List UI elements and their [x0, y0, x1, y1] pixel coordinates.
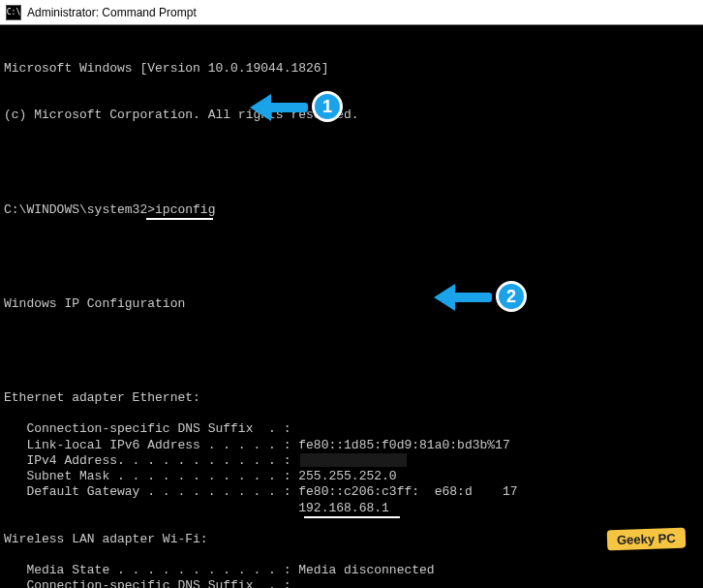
ipconfig-heading: Windows IP Configuration [4, 296, 699, 312]
command-underline [146, 218, 213, 220]
terminal-output: Microsoft Windows [Version 10.0.19044.18… [0, 25, 703, 588]
row-value: 255.255.252.0 [298, 469, 396, 483]
row-label: Media State . . . . . . . . . . . : [4, 563, 298, 577]
row-value: fe80::c206:c3ff: e68:d 17 [298, 484, 517, 499]
watermark-badge: Geeky PC [607, 528, 686, 551]
adapter-row: Connection-specific DNS Suffix . : [4, 578, 699, 588]
adapter-row: 192.168.68.1 [4, 501, 699, 516]
adapter-title: Ethernet adapter Ethernet: [4, 390, 699, 406]
row-value: Media disconnected [298, 563, 434, 577]
adapter-row: Default Gateway . . . . . . . . . : fe80… [4, 484, 699, 500]
window-title: Administrator: Command Prompt [27, 6, 197, 19]
adapter-row: IPv4 Address. . . . . . . . . . . : [4, 453, 699, 469]
prompt-text: C:\WINDOWS\system32> [4, 202, 155, 217]
command-text: ipconfig [155, 202, 215, 217]
cmd-icon: C:\ [6, 5, 21, 20]
row-label: Default Gateway . . . . . . . . . : [4, 484, 298, 499]
window-titlebar[interactable]: C:\ Administrator: Command Prompt [0, 0, 703, 25]
row-value: fe80::1d85:f0d9:81a0:bd3b%17 [298, 438, 509, 452]
redacted-value [300, 453, 407, 467]
copyright-line: (c) Microsoft Corporation. All rights re… [4, 108, 699, 123]
row-label: Link-local IPv6 Address . . . . . : [4, 438, 298, 452]
adapter-row: Connection-specific DNS Suffix . : [4, 421, 699, 437]
adapter-row: Link-local IPv6 Address . . . . . : fe80… [4, 438, 699, 453]
row-label: Connection-specific DNS Suffix . : [4, 578, 298, 588]
prompt-line[interactable]: C:\WINDOWS\system32>ipconfig [4, 202, 699, 218]
adapter-row: Media State . . . . . . . . . . . : Medi… [4, 563, 699, 578]
cmd-icon-text: C:\ [7, 9, 20, 16]
ip-underline [304, 516, 400, 518]
adapter-title: Wireless LAN adapter Wi-Fi: [4, 532, 699, 547]
row-value: 192.168.68.1 [298, 501, 389, 515]
version-line: Microsoft Windows [Version 10.0.19044.18… [4, 61, 699, 77]
row-label: Subnet Mask . . . . . . . . . . . : [4, 469, 298, 483]
row-label: IPv4 Address. . . . . . . . . . . : [4, 453, 298, 468]
row-label: Connection-specific DNS Suffix . : [4, 421, 298, 436]
adapter-row: Subnet Mask . . . . . . . . . . . : 255.… [4, 469, 699, 484]
